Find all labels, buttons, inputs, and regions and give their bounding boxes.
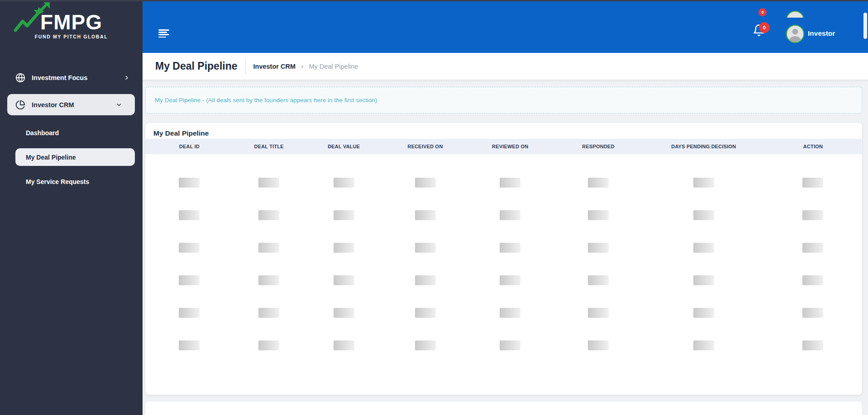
- table-row: [145, 264, 862, 297]
- user-name[interactable]: Investor: [808, 29, 835, 38]
- skeleton-placeholder: [802, 308, 823, 318]
- skeleton-placeholder: [334, 340, 354, 350]
- skeleton-placeholder: [588, 210, 609, 220]
- skeleton-placeholder: [334, 275, 354, 285]
- skeleton-placeholder: [500, 243, 520, 253]
- skeleton-placeholder: [334, 308, 354, 318]
- table-row: [145, 199, 862, 231]
- table-row: [145, 231, 862, 264]
- breadcrumb-separator: ›: [301, 62, 304, 71]
- skeleton-placeholder: [415, 340, 436, 350]
- skeleton-placeholder: [802, 178, 823, 188]
- breadcrumb-current: My Deal Pipeline: [309, 63, 358, 70]
- skeleton-placeholder: [258, 308, 279, 318]
- skeleton-placeholder: [693, 275, 714, 285]
- skeleton-placeholder: [693, 308, 714, 318]
- sidebar-item-investor-crm[interactable]: Investor CRM: [7, 94, 135, 115]
- main-area: 0 0 Investor My Deal Pipeline Investor C…: [143, 0, 868, 415]
- skeleton-placeholder: [500, 178, 520, 188]
- avatar-ghost: [786, 11, 804, 18]
- skeleton-placeholder: [258, 340, 279, 350]
- table-row: [145, 329, 862, 362]
- column-header-days-pending-decision: DAYS PENDING DECISION: [644, 144, 764, 149]
- sidebar-item-investment-focus[interactable]: Investment Focus: [0, 68, 143, 88]
- skeleton-placeholder: [334, 210, 354, 220]
- chevron-right-icon: [124, 75, 130, 81]
- skeleton-placeholder: [588, 243, 609, 253]
- column-header-deal-title: DEAL TITLE: [234, 144, 305, 149]
- skeleton-placeholder: [588, 308, 609, 318]
- column-header-deal-value: DEAL VALUE: [305, 144, 383, 149]
- skeleton-placeholder: [500, 275, 520, 285]
- skeleton-placeholder: [802, 243, 823, 253]
- skeleton-placeholder: [693, 210, 714, 220]
- table-body: [145, 154, 862, 362]
- skeleton-placeholder: [258, 178, 279, 188]
- pie-chart-icon: [15, 100, 25, 110]
- next-section-card: [145, 401, 862, 415]
- skeleton-placeholder: [415, 243, 436, 253]
- chevron-down-icon: [116, 102, 122, 108]
- column-header-responded: RESPONDED: [553, 144, 644, 149]
- section-title: My Deal Pipeline: [145, 123, 862, 139]
- sidebar-item-my-deal-pipeline[interactable]: My Deal Pipeline: [15, 148, 135, 166]
- breadcrumb-parent-link[interactable]: Investor CRM: [253, 63, 296, 70]
- skeleton-placeholder: [500, 340, 520, 350]
- skeleton-placeholder: [258, 243, 279, 253]
- skeleton-placeholder: [179, 340, 200, 350]
- table-row: [145, 297, 862, 329]
- skeleton-placeholder: [179, 308, 200, 318]
- skeleton-placeholder: [588, 275, 609, 285]
- sidebar-item-label: Investor CRM: [32, 101, 74, 108]
- skeleton-placeholder: [802, 210, 823, 220]
- sidebar-subitem-label: Dashboard: [26, 129, 59, 137]
- person-icon: [787, 26, 803, 42]
- skeleton-placeholder: [802, 340, 823, 350]
- notification-badge: 0: [759, 22, 770, 33]
- skeleton-placeholder: [334, 178, 354, 188]
- skeleton-placeholder: [693, 178, 714, 188]
- column-header-deal-id: DEAL ID: [145, 144, 234, 149]
- skeleton-placeholder: [258, 210, 279, 220]
- skeleton-placeholder: [415, 275, 436, 285]
- deal-pipeline-card: My Deal Pipeline DEAL IDDEAL TITLEDEAL V…: [145, 123, 862, 395]
- page-title: My Deal Pipeline: [155, 60, 238, 72]
- menu-toggle-button[interactable]: [158, 29, 169, 38]
- skeleton-placeholder: [179, 210, 200, 220]
- sidebar-item-dashboard[interactable]: Dashboard: [26, 127, 59, 139]
- skeleton-placeholder: [179, 178, 200, 188]
- logo-text: FMPG: [40, 11, 102, 33]
- skeleton-placeholder: [693, 243, 714, 253]
- skeleton-placeholder: [500, 210, 520, 220]
- skeleton-placeholder: [588, 178, 609, 188]
- skeleton-placeholder: [588, 340, 609, 350]
- column-header-received-on: RECEIVED ON: [383, 144, 467, 149]
- window-top-strip: [0, 0, 868, 1]
- sidebar-subitem-label: My Service Requests: [26, 178, 89, 185]
- skeleton-placeholder: [500, 308, 520, 318]
- info-banner: My Deal Pipeline - (All deals sent by th…: [145, 87, 862, 113]
- globe-icon: [15, 73, 25, 83]
- column-header-action: ACTION: [764, 144, 862, 149]
- skeleton-placeholder: [415, 210, 436, 220]
- brand-logo[interactable]: FMPG FUND MY PITCH GLOBAL: [0, 1, 143, 53]
- info-banner-text: My Deal Pipeline - (All deals sent by th…: [155, 97, 377, 104]
- user-avatar[interactable]: [786, 25, 804, 43]
- skeleton-placeholder: [179, 243, 200, 253]
- divider: [245, 59, 246, 74]
- sidebar-item-my-service-requests[interactable]: My Service Requests: [26, 176, 89, 188]
- top-navbar: 0 0 Investor: [143, 1, 868, 53]
- skeleton-placeholder: [802, 275, 823, 285]
- logo-tagline: FUND MY PITCH GLOBAL: [0, 34, 143, 39]
- content-area: My Deal Pipeline - (All deals sent by th…: [145, 80, 862, 415]
- skeleton-placeholder: [415, 308, 436, 318]
- table-row: [145, 166, 862, 199]
- notification-badge-ghost: 0: [758, 8, 767, 16]
- skeleton-placeholder: [258, 275, 279, 285]
- skeleton-placeholder: [415, 178, 436, 188]
- scrollbar-thumb[interactable]: [863, 13, 867, 39]
- sidebar-subitem-label: My Deal Pipeline: [26, 154, 76, 161]
- column-header-reviewed-on: REVIEWED ON: [467, 144, 553, 149]
- sidebar-item-label: Investment Focus: [32, 74, 87, 81]
- logo-small-arrow-icon: [39, 1, 51, 12]
